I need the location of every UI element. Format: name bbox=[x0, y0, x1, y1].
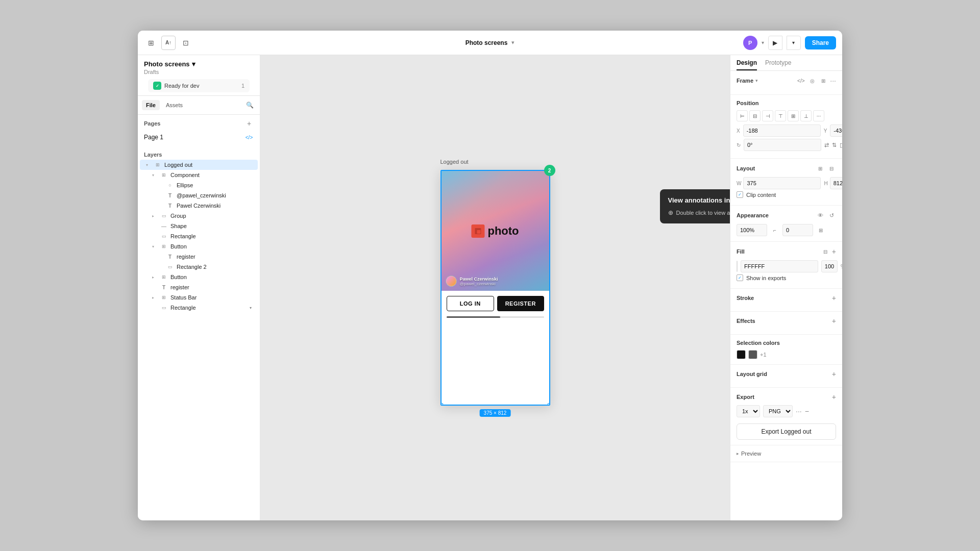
page1-item[interactable]: Page 1 </> bbox=[138, 130, 260, 144]
tab-prototype[interactable]: Prototype bbox=[765, 59, 791, 70]
corner-handle-br bbox=[548, 403, 550, 406]
add-fill-button[interactable]: + bbox=[832, 247, 836, 256]
layer-item-ellipse[interactable]: ▸ ○ Ellipse bbox=[140, 180, 258, 190]
expand-icon[interactable]: ▸ bbox=[150, 213, 156, 219]
layer-item-rectangle[interactable]: ▸ ▭ Rectangle bbox=[140, 231, 258, 241]
fill-opacity-input[interactable] bbox=[821, 260, 838, 272]
layer-item-button2[interactable]: ▸ ⊞ Button bbox=[140, 272, 258, 282]
layout-label: Layout bbox=[737, 165, 755, 171]
layout-grid-icon[interactable]: ⊞ bbox=[816, 164, 825, 173]
flip-h-icon[interactable]: ⇄ bbox=[824, 140, 829, 149]
user-name: Pawel Czerwinski bbox=[460, 277, 498, 282]
layout-flex-icon[interactable]: ⊟ bbox=[827, 164, 836, 173]
search-icon[interactable]: 🔍 bbox=[243, 99, 256, 111]
add-effect-button[interactable]: + bbox=[832, 317, 836, 325]
play-button[interactable]: ▶ bbox=[768, 36, 782, 50]
add-stroke-button[interactable]: + bbox=[832, 294, 836, 302]
more-options-icon[interactable]: ··· bbox=[830, 77, 836, 85]
layer-item-group[interactable]: ▸ ▭ Group bbox=[140, 211, 258, 221]
add-export-button[interactable]: + bbox=[832, 393, 836, 401]
panels-icon-btn[interactable]: ⊡ bbox=[179, 36, 193, 50]
expand-icon[interactable]: ▸ bbox=[150, 294, 156, 300]
export-more-options[interactable]: ··· bbox=[796, 407, 802, 415]
expand-icon[interactable]: ▸ bbox=[150, 274, 156, 280]
tab-design[interactable]: Design bbox=[737, 59, 757, 70]
layer-name: Ellipse bbox=[177, 182, 254, 188]
x-input[interactable] bbox=[743, 124, 821, 137]
layer-item-register[interactable]: ▸ T register bbox=[140, 252, 258, 262]
ready-for-dev-badge[interactable]: ✓ Ready for dev 1 bbox=[148, 79, 250, 92]
w-input[interactable] bbox=[743, 177, 821, 189]
expand-icon[interactable]: ▾ bbox=[144, 162, 150, 168]
align-right-btn[interactable]: ⊣ bbox=[762, 110, 773, 121]
layer-item-register2[interactable]: ▸ T register bbox=[140, 282, 258, 292]
reset-icon[interactable]: ↺ bbox=[827, 211, 836, 220]
layer-item-logged-out[interactable]: ▾ ⊞ Logged out bbox=[140, 160, 258, 170]
avatar[interactable]: P bbox=[743, 36, 757, 50]
layer-item-rectangle2[interactable]: ▸ ▭ Rectangle 2 bbox=[140, 262, 258, 272]
constrain-icon[interactable]: ◫ bbox=[840, 140, 842, 149]
layer-item-button1[interactable]: ▾ ⊞ Button bbox=[140, 241, 258, 252]
export-section-header: Export + bbox=[737, 393, 836, 401]
layer-item-shape[interactable]: ▸ — Shape bbox=[140, 221, 258, 231]
eye-icon[interactable]: 👁 bbox=[816, 211, 825, 220]
canvas-area[interactable]: Logged out 2 View annotations in Dev Mod… bbox=[260, 55, 730, 520]
h-input[interactable] bbox=[830, 177, 842, 189]
file-tab[interactable]: File bbox=[142, 100, 160, 110]
export-format-select[interactable]: PNG SVG JPG PDF bbox=[763, 405, 793, 417]
remove-export-button[interactable]: − bbox=[805, 407, 809, 415]
fill-color-swatch[interactable] bbox=[737, 261, 738, 272]
layer-item-pawel[interactable]: ▸ T Pawel Czerwinski bbox=[140, 201, 258, 211]
project-title-row[interactable]: Photo screens ▾ bbox=[144, 60, 254, 68]
add-page-button[interactable]: + bbox=[244, 119, 254, 128]
show-in-exports-checkbox[interactable]: ✓ bbox=[737, 274, 743, 281]
layer-item-status-bar[interactable]: ▸ ⊞ Status Bar bbox=[140, 292, 258, 303]
text-icon-btn[interactable]: A↑ bbox=[161, 36, 176, 50]
add-layout-grid-button[interactable]: + bbox=[832, 370, 836, 378]
register-button[interactable]: REGISTER bbox=[497, 296, 544, 311]
layer-item-component[interactable]: ▾ ⊞ Component bbox=[140, 170, 258, 180]
assets-tab[interactable]: Assets bbox=[162, 100, 187, 110]
clip-content-checkbox[interactable]: ✓ bbox=[737, 191, 743, 198]
align-center-v-btn[interactable]: ⊞ bbox=[788, 110, 799, 121]
align-more-btn[interactable]: ··· bbox=[813, 110, 824, 121]
layer-item-handle[interactable]: ▸ T @pawel_czerwinski bbox=[140, 190, 258, 201]
position-section: Position ⊢ ⊟ ⊣ ⊤ ⊞ ⊥ ··· X Y bbox=[730, 95, 842, 159]
clip-content-label: Clip content bbox=[746, 192, 776, 198]
flip-v-icon[interactable]: ⇅ bbox=[832, 140, 837, 149]
share-button[interactable]: Share bbox=[805, 36, 836, 49]
align-center-h-btn[interactable]: ⊟ bbox=[749, 110, 761, 121]
export-scale-select[interactable]: 1x 2x 3x bbox=[737, 405, 760, 417]
login-button[interactable]: LOG IN bbox=[447, 296, 495, 311]
layer-item-rect-bottom[interactable]: ▸ ▭ Rectangle ▾ bbox=[140, 303, 258, 313]
play-dropdown[interactable]: ▾ bbox=[787, 36, 801, 50]
opacity-input[interactable] bbox=[737, 224, 767, 236]
code-icon[interactable]: </> bbox=[796, 76, 805, 85]
rotation-input[interactable] bbox=[744, 139, 821, 151]
export-logged-out-button[interactable]: Export Logged out bbox=[737, 423, 836, 440]
preview-section: ▸ Preview bbox=[730, 445, 842, 462]
color-swatch-gray[interactable] bbox=[748, 350, 757, 359]
y-input[interactable] bbox=[830, 124, 842, 137]
preview-row[interactable]: ▸ Preview bbox=[737, 450, 836, 457]
align-bottom-btn[interactable]: ⊥ bbox=[800, 110, 812, 121]
page-dev-mode-icon: </> bbox=[244, 133, 254, 142]
expand-icon[interactable]: ▾ bbox=[150, 243, 156, 249]
expand-icon[interactable]: ▾ bbox=[150, 172, 156, 178]
preview-label: Preview bbox=[741, 450, 761, 457]
corner-radius-input[interactable] bbox=[782, 224, 813, 236]
ready-dot-icon: ✓ bbox=[153, 82, 161, 90]
corner-expand-icon[interactable]: ⊞ bbox=[816, 226, 825, 235]
align-left-btn[interactable]: ⊢ bbox=[737, 110, 748, 121]
align-top-btn[interactable]: ⊤ bbox=[775, 110, 786, 121]
user-avatar bbox=[446, 276, 457, 287]
pages-section-header: Pages + bbox=[138, 115, 260, 130]
color-swatch-black[interactable] bbox=[737, 350, 746, 359]
fill-type-icon[interactable]: ⊟ bbox=[821, 247, 830, 256]
annotation-badge[interactable]: 2 bbox=[544, 165, 555, 176]
inspect-icon[interactable]: ◎ bbox=[807, 76, 817, 85]
fill-icons: ⊟ + bbox=[821, 247, 836, 256]
fill-hex-input[interactable] bbox=[741, 260, 818, 272]
link-icon[interactable]: ⊞ bbox=[819, 76, 828, 85]
grid-icon-btn[interactable]: ⊞ bbox=[144, 36, 158, 50]
